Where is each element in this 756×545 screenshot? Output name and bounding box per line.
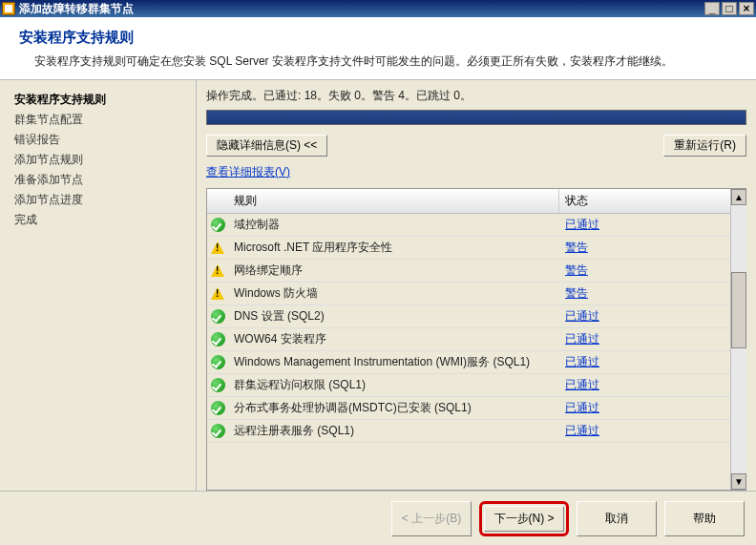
window-title: 添加故障转移群集节点 — [19, 1, 703, 17]
table-row[interactable]: Microsoft .NET 应用程序安全性警告 — [207, 237, 746, 260]
check-icon — [211, 424, 225, 438]
page-description: 安装程序支持规则可确定在您安装 SQL Server 安装程序支持文件时可能发生… — [34, 52, 737, 70]
table-row[interactable]: 群集远程访问权限 (SQL1)已通过 — [207, 374, 746, 397]
status-link[interactable]: 已通过 — [565, 218, 599, 231]
sidebar-item-0[interactable]: 安装程序支持规则 — [14, 90, 181, 110]
status-link[interactable]: 警告 — [565, 241, 588, 254]
rule-cell: 群集远程访问权限 (SQL1) — [228, 377, 559, 393]
col-status-header[interactable]: 状态 — [559, 189, 746, 213]
col-rule-header[interactable]: 规则 — [228, 189, 559, 213]
warning-icon — [211, 241, 224, 254]
check-icon — [211, 378, 225, 392]
status-link[interactable]: 已通过 — [565, 355, 599, 368]
scroll-down-button[interactable]: ▼ — [731, 473, 746, 490]
status-link[interactable]: 警告 — [565, 263, 588, 277]
next-button-highlight: 下一步(N) > — [479, 501, 569, 536]
sidebar-item-6[interactable]: 完成 — [14, 210, 181, 230]
table-row[interactable]: Windows Management Instrumentation (WMI)… — [207, 351, 746, 374]
sidebar-item-3[interactable]: 添加节点规则 — [14, 150, 181, 170]
check-icon — [211, 218, 225, 232]
rule-cell: Windows 防火墙 — [228, 285, 559, 302]
check-icon — [211, 355, 225, 369]
check-icon — [211, 332, 225, 346]
page-title: 安装程序支持规则 — [19, 29, 737, 47]
table-row[interactable]: 分布式事务处理协调器(MSDTC)已安装 (SQL1)已通过 — [207, 397, 746, 420]
table-row[interactable]: 网络绑定顺序警告 — [207, 260, 746, 283]
scroll-track[interactable] — [731, 205, 746, 473]
sidebar-item-2[interactable]: 错误报告 — [14, 130, 181, 150]
rule-cell: 域控制器 — [228, 217, 559, 233]
table-row[interactable]: 域控制器已通过 — [207, 214, 746, 237]
sidebar-item-4[interactable]: 准备添加节点 — [14, 170, 181, 190]
rule-cell: 网络绑定顺序 — [228, 262, 559, 279]
next-button[interactable]: 下一步(N) > — [484, 506, 564, 532]
wizard-footer: < 上一步(B) 下一步(N) > 取消 帮助 — [0, 491, 756, 545]
rules-table: 规则 状态 域控制器已通过Microsoft .NET 应用程序安全性警告网络绑… — [206, 188, 746, 491]
status-text: 操作完成。已通过: 18。失败 0。警告 4。已跳过 0。 — [206, 88, 746, 104]
app-icon — [2, 2, 15, 15]
rule-cell: 分布式事务处理协调器(MSDTC)已安装 (SQL1) — [228, 400, 559, 416]
table-row[interactable]: WOW64 安装程序已通过 — [207, 328, 746, 351]
sidebar-item-1[interactable]: 群集节点配置 — [14, 110, 181, 130]
table-header: 规则 状态 — [207, 189, 746, 214]
rule-cell: WOW64 安装程序 — [228, 331, 559, 347]
table-row[interactable]: Windows 防火墙警告 — [207, 283, 746, 305]
hide-details-button[interactable]: 隐藏详细信息(S) << — [206, 135, 327, 157]
status-link[interactable]: 已通过 — [565, 424, 599, 437]
rule-cell: DNS 设置 (SQL2) — [228, 308, 559, 325]
minimize-button[interactable]: _ — [704, 2, 720, 15]
wizard-sidebar: 安装程序支持规则群集节点配置错误报告添加节点规则准备添加节点添加节点进度完成 — [0, 80, 196, 491]
check-icon — [211, 401, 225, 415]
rule-cell: Windows Management Instrumentation (WMI)… — [228, 354, 559, 370]
check-icon — [211, 309, 225, 324]
maximize-button[interactable]: □ — [722, 2, 737, 15]
table-row[interactable]: DNS 设置 (SQL2)已通过 — [207, 305, 746, 328]
status-link[interactable]: 已通过 — [565, 401, 599, 414]
rule-cell: 远程注册表服务 (SQL1) — [228, 423, 559, 439]
progress-bar — [206, 110, 746, 125]
warning-icon — [211, 264, 224, 277]
rule-cell: Microsoft .NET 应用程序安全性 — [228, 240, 559, 256]
status-link[interactable]: 警告 — [565, 286, 588, 300]
help-button[interactable]: 帮助 — [664, 501, 745, 536]
status-link[interactable]: 已通过 — [565, 332, 599, 346]
scroll-thumb[interactable] — [731, 272, 746, 348]
sidebar-item-5[interactable]: 添加节点进度 — [14, 190, 181, 210]
view-report-link[interactable]: 查看详细报表(V) — [206, 164, 746, 180]
back-button[interactable]: < 上一步(B) — [391, 501, 472, 536]
page-header: 安装程序支持规则 安装程序支持规则可确定在您安装 SQL Server 安装程序… — [0, 17, 756, 80]
vertical-scrollbar[interactable]: ▲ ▼ — [730, 189, 746, 490]
rerun-button[interactable]: 重新运行(R) — [663, 135, 746, 157]
warning-icon — [211, 287, 224, 300]
table-row[interactable]: 远程注册表服务 (SQL1)已通过 — [207, 420, 746, 443]
titlebar: 添加故障转移群集节点 _ □ × — [0, 0, 756, 17]
scroll-up-button[interactable]: ▲ — [731, 189, 746, 205]
close-button[interactable]: × — [739, 2, 754, 15]
status-link[interactable]: 已通过 — [565, 309, 599, 323]
status-link[interactable]: 已通过 — [565, 378, 599, 391]
cancel-button[interactable]: 取消 — [577, 501, 657, 536]
main-panel: 操作完成。已通过: 18。失败 0。警告 4。已跳过 0。 隐藏详细信息(S) … — [196, 80, 756, 491]
